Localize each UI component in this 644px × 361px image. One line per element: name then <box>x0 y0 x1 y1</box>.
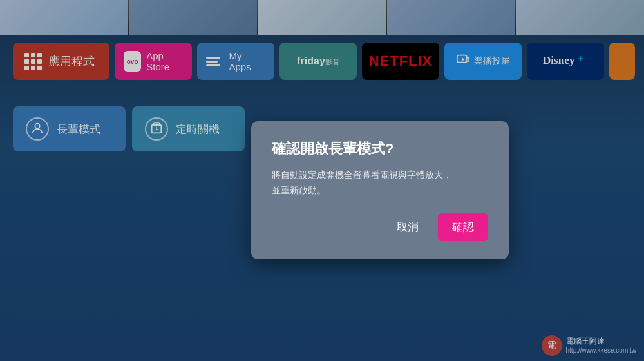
dialog-title: 確認開啟長輩模式? <box>272 139 488 159</box>
dialog-buttons: 取消 確認 <box>272 213 488 241</box>
watermark-icon: 電 <box>542 335 562 356</box>
dialog-overlay: 確認開啟長輩模式? 將自動設定成開機全螢幕看電視與字體放大，並重新啟動。 取消 … <box>0 0 644 361</box>
cancel-button[interactable]: 取消 <box>386 215 429 240</box>
watermark: 電 電腦王阿達 http://www.kkese.com.tw <box>542 335 636 356</box>
confirm-button[interactable]: 確認 <box>438 213 488 241</box>
watermark-text: 電腦王阿達 http://www.kkese.com.tw <box>566 336 636 356</box>
confirm-dialog: 確認開啟長輩模式? 將自動設定成開機全螢幕看電視與字體放大，並重新啟動。 取消 … <box>251 121 509 260</box>
dialog-message: 將自動設定成開機全螢幕看電視與字體放大，並重新啟動。 <box>272 168 488 199</box>
